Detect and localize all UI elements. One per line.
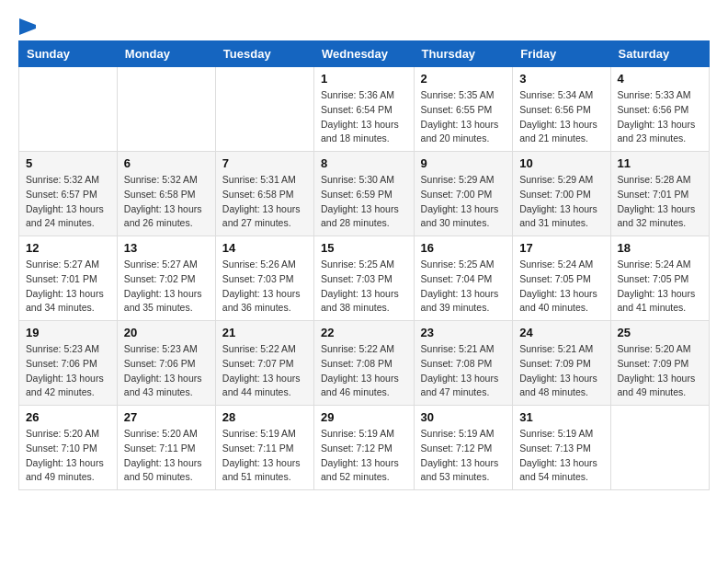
day-number: 11 <box>618 156 702 170</box>
calendar-cell: 12Sunrise: 5:27 AM Sunset: 7:01 PM Dayli… <box>19 236 118 321</box>
calendar-cell: 18Sunrise: 5:24 AM Sunset: 7:05 PM Dayli… <box>610 236 709 321</box>
day-info: Sunrise: 5:30 AM Sunset: 6:59 PM Dayligh… <box>321 173 407 231</box>
day-info: Sunrise: 5:27 AM Sunset: 7:01 PM Dayligh… <box>26 258 110 316</box>
calendar-cell: 17Sunrise: 5:24 AM Sunset: 7:05 PM Dayli… <box>513 236 610 321</box>
day-info: Sunrise: 5:19 AM Sunset: 7:13 PM Dayligh… <box>519 427 603 485</box>
day-info: Sunrise: 5:21 AM Sunset: 7:08 PM Dayligh… <box>421 342 506 400</box>
day-info: Sunrise: 5:21 AM Sunset: 7:09 PM Dayligh… <box>519 342 603 400</box>
calendar-cell: 2Sunrise: 5:35 AM Sunset: 6:55 PM Daylig… <box>414 67 513 152</box>
day-info: Sunrise: 5:25 AM Sunset: 7:04 PM Dayligh… <box>421 258 506 316</box>
calendar-cell: 19Sunrise: 5:23 AM Sunset: 7:06 PM Dayli… <box>19 321 118 406</box>
calendar-cell <box>215 67 313 152</box>
day-number: 2 <box>421 72 506 86</box>
calendar-cell: 23Sunrise: 5:21 AM Sunset: 7:08 PM Dayli… <box>414 321 513 406</box>
day-info: Sunrise: 5:35 AM Sunset: 6:55 PM Dayligh… <box>421 88 506 146</box>
calendar-cell: 20Sunrise: 5:23 AM Sunset: 7:06 PM Dayli… <box>117 321 215 406</box>
calendar-cell: 13Sunrise: 5:27 AM Sunset: 7:02 PM Dayli… <box>117 236 215 321</box>
day-info: Sunrise: 5:29 AM Sunset: 7:00 PM Dayligh… <box>421 173 506 231</box>
day-number: 30 <box>421 410 506 424</box>
calendar-table: SundayMondayTuesdayWednesdayThursdayFrid… <box>18 40 710 490</box>
day-number: 9 <box>421 156 506 170</box>
calendar-cell: 6Sunrise: 5:32 AM Sunset: 6:58 PM Daylig… <box>117 152 215 236</box>
calendar-week-3: 12Sunrise: 5:27 AM Sunset: 7:01 PM Dayli… <box>19 236 710 321</box>
calendar-cell: 14Sunrise: 5:26 AM Sunset: 7:03 PM Dayli… <box>215 236 313 321</box>
day-number: 7 <box>222 156 307 170</box>
day-number: 16 <box>421 241 506 255</box>
calendar-header-friday: Friday <box>513 41 610 67</box>
calendar-cell: 5Sunrise: 5:32 AM Sunset: 6:57 PM Daylig… <box>19 152 118 236</box>
calendar-cell: 29Sunrise: 5:19 AM Sunset: 7:12 PM Dayli… <box>314 406 415 490</box>
day-info: Sunrise: 5:25 AM Sunset: 7:03 PM Dayligh… <box>321 258 407 316</box>
logo <box>18 18 37 31</box>
day-number: 29 <box>321 410 407 424</box>
calendar-cell: 25Sunrise: 5:20 AM Sunset: 7:09 PM Dayli… <box>610 321 709 406</box>
day-number: 12 <box>26 241 110 255</box>
calendar-week-5: 26Sunrise: 5:20 AM Sunset: 7:10 PM Dayli… <box>19 406 710 490</box>
calendar-cell: 11Sunrise: 5:28 AM Sunset: 7:01 PM Dayli… <box>610 152 709 236</box>
calendar-cell: 10Sunrise: 5:29 AM Sunset: 7:00 PM Dayli… <box>513 152 610 236</box>
calendar-cell <box>19 67 118 152</box>
day-number: 20 <box>124 326 209 339</box>
calendar-cell: 3Sunrise: 5:34 AM Sunset: 6:56 PM Daylig… <box>513 67 610 152</box>
calendar-week-1: 1Sunrise: 5:36 AM Sunset: 6:54 PM Daylig… <box>19 67 710 152</box>
calendar-cell: 1Sunrise: 5:36 AM Sunset: 6:54 PM Daylig… <box>314 67 415 152</box>
calendar-header-saturday: Saturday <box>610 41 709 67</box>
calendar-cell: 28Sunrise: 5:19 AM Sunset: 7:11 PM Dayli… <box>215 406 313 490</box>
day-number: 1 <box>321 72 407 86</box>
day-info: Sunrise: 5:33 AM Sunset: 6:56 PM Dayligh… <box>618 88 702 146</box>
day-info: Sunrise: 5:20 AM Sunset: 7:09 PM Dayligh… <box>618 342 702 400</box>
calendar-header-row: SundayMondayTuesdayWednesdayThursdayFrid… <box>19 41 710 67</box>
day-info: Sunrise: 5:24 AM Sunset: 7:05 PM Dayligh… <box>618 258 702 316</box>
calendar-cell: 24Sunrise: 5:21 AM Sunset: 7:09 PM Dayli… <box>513 321 610 406</box>
day-info: Sunrise: 5:19 AM Sunset: 7:12 PM Dayligh… <box>421 427 506 485</box>
calendar-cell: 16Sunrise: 5:25 AM Sunset: 7:04 PM Dayli… <box>414 236 513 321</box>
day-number: 5 <box>26 156 110 170</box>
calendar-cell: 7Sunrise: 5:31 AM Sunset: 6:58 PM Daylig… <box>215 152 313 236</box>
calendar-cell: 22Sunrise: 5:22 AM Sunset: 7:08 PM Dayli… <box>314 321 415 406</box>
day-info: Sunrise: 5:29 AM Sunset: 7:00 PM Dayligh… <box>519 173 603 231</box>
calendar-cell: 4Sunrise: 5:33 AM Sunset: 6:56 PM Daylig… <box>610 67 709 152</box>
day-number: 4 <box>618 72 702 86</box>
day-number: 28 <box>222 410 307 424</box>
day-info: Sunrise: 5:23 AM Sunset: 7:06 PM Dayligh… <box>26 342 110 400</box>
day-number: 14 <box>222 241 307 255</box>
calendar-header-wednesday: Wednesday <box>314 41 415 67</box>
calendar-header-sunday: Sunday <box>19 41 118 67</box>
day-number: 22 <box>321 326 407 339</box>
day-number: 6 <box>124 156 209 170</box>
day-info: Sunrise: 5:20 AM Sunset: 7:10 PM Dayligh… <box>26 427 110 485</box>
day-info: Sunrise: 5:22 AM Sunset: 7:08 PM Dayligh… <box>321 342 407 400</box>
calendar-header-thursday: Thursday <box>414 41 513 67</box>
day-number: 3 <box>519 72 603 86</box>
day-number: 8 <box>321 156 407 170</box>
day-number: 17 <box>519 241 603 255</box>
day-info: Sunrise: 5:20 AM Sunset: 7:11 PM Dayligh… <box>124 427 209 485</box>
page-header <box>18 18 710 31</box>
calendar-cell: 8Sunrise: 5:30 AM Sunset: 6:59 PM Daylig… <box>314 152 415 236</box>
day-info: Sunrise: 5:22 AM Sunset: 7:07 PM Dayligh… <box>222 342 307 400</box>
day-info: Sunrise: 5:24 AM Sunset: 7:05 PM Dayligh… <box>519 258 603 316</box>
day-number: 31 <box>519 410 603 424</box>
day-number: 25 <box>618 326 702 339</box>
calendar-cell: 27Sunrise: 5:20 AM Sunset: 7:11 PM Dayli… <box>117 406 215 490</box>
calendar-cell <box>117 67 215 152</box>
day-number: 15 <box>321 241 407 255</box>
day-number: 27 <box>124 410 209 424</box>
day-number: 26 <box>26 410 110 424</box>
calendar-cell: 15Sunrise: 5:25 AM Sunset: 7:03 PM Dayli… <box>314 236 415 321</box>
day-number: 24 <box>519 326 603 339</box>
calendar-cell: 30Sunrise: 5:19 AM Sunset: 7:12 PM Dayli… <box>414 406 513 490</box>
day-info: Sunrise: 5:32 AM Sunset: 6:57 PM Dayligh… <box>26 173 110 231</box>
day-number: 18 <box>618 241 702 255</box>
day-number: 10 <box>519 156 603 170</box>
day-info: Sunrise: 5:19 AM Sunset: 7:12 PM Dayligh… <box>321 427 407 485</box>
calendar-cell: 21Sunrise: 5:22 AM Sunset: 7:07 PM Dayli… <box>215 321 313 406</box>
calendar-week-4: 19Sunrise: 5:23 AM Sunset: 7:06 PM Dayli… <box>19 321 710 406</box>
day-number: 13 <box>124 241 209 255</box>
day-info: Sunrise: 5:27 AM Sunset: 7:02 PM Dayligh… <box>124 258 209 316</box>
day-info: Sunrise: 5:28 AM Sunset: 7:01 PM Dayligh… <box>618 173 702 231</box>
day-info: Sunrise: 5:34 AM Sunset: 6:56 PM Dayligh… <box>519 88 603 146</box>
day-info: Sunrise: 5:32 AM Sunset: 6:58 PM Dayligh… <box>124 173 209 231</box>
day-info: Sunrise: 5:31 AM Sunset: 6:58 PM Dayligh… <box>222 173 307 231</box>
logo-icon <box>19 18 36 35</box>
